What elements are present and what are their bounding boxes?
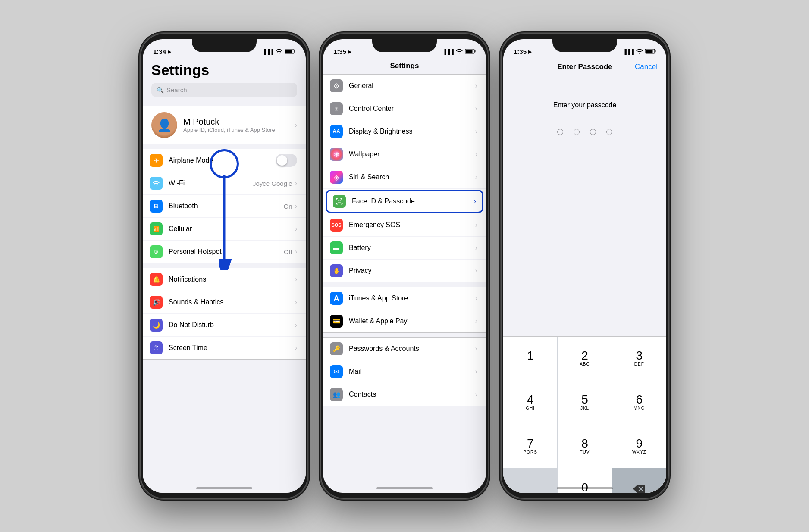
cancel-button[interactable]: Cancel bbox=[635, 63, 658, 71]
avatar: 👤 bbox=[151, 112, 177, 138]
passcode-prompt: Enter your passcode bbox=[503, 75, 666, 122]
home-indicator-3 bbox=[557, 487, 613, 489]
profile-sub: Apple ID, iCloud, iTunes & App Store bbox=[183, 127, 289, 133]
time-3: 1:35 ▸ bbox=[514, 48, 532, 56]
key-3-number: 3 bbox=[636, 350, 643, 362]
faceid-icon bbox=[333, 195, 346, 208]
airplane-mode-row[interactable]: ✈ Airplane Mode bbox=[143, 149, 306, 172]
svg-rect-7 bbox=[466, 50, 473, 53]
cellular-label: Cellular bbox=[169, 225, 295, 233]
screentime-chevron: › bbox=[295, 344, 297, 352]
profile-name: M Potuck bbox=[183, 117, 289, 127]
key-7[interactable]: 7 PQRS bbox=[503, 424, 557, 468]
key-6-letters: MNO bbox=[633, 406, 645, 411]
contacts-chevron: › bbox=[475, 391, 477, 398]
siri-row[interactable]: ◈ Siri & Search › bbox=[323, 166, 486, 189]
passwords-row[interactable]: 🔑 Passwords & Accounts › bbox=[323, 338, 486, 360]
battery-icon-1 bbox=[285, 49, 295, 55]
key-3-letters: DEF bbox=[634, 362, 644, 367]
profile-section: 👤 M Potuck Apple ID, iCloud, iTunes & Ap… bbox=[143, 106, 306, 144]
general-label: General bbox=[349, 82, 475, 90]
key-8[interactable]: 8 TUV bbox=[558, 424, 611, 468]
wifi-chevron: › bbox=[295, 179, 297, 187]
notifications-label: Notifications bbox=[169, 275, 295, 283]
dnd-row[interactable]: 🌙 Do Not Disturb › bbox=[143, 314, 306, 337]
battery-icon-3 bbox=[645, 49, 656, 55]
cellular-row[interactable]: 📶 Cellular › bbox=[143, 218, 306, 241]
screentime-label: Screen Time bbox=[169, 344, 295, 352]
chevron-icon: › bbox=[295, 121, 297, 129]
phone-1-screen: 1:34 ▸ ▐▐▐ bbox=[143, 39, 306, 493]
hotspot-row[interactable]: ⊕ Personal Hotspot Off › bbox=[143, 241, 306, 263]
key-5-letters: JKL bbox=[580, 406, 589, 411]
faceid-row-highlighted[interactable]: Face ID & Passcode › bbox=[326, 190, 483, 213]
time-2: 1:35 ▸ bbox=[333, 48, 351, 56]
contacts-row[interactable]: 👥 Contacts › bbox=[323, 383, 486, 406]
hotspot-icon: ⊕ bbox=[150, 245, 163, 258]
wallpaper-row[interactable]: ❃ Wallpaper › bbox=[323, 143, 486, 166]
wifi-row[interactable]: Wi-Fi Joyce Google › bbox=[143, 172, 306, 195]
siri-chevron: › bbox=[475, 173, 477, 181]
battery-chevron: › bbox=[475, 244, 477, 252]
itunes-row[interactable]: A iTunes & App Store › bbox=[323, 287, 486, 310]
toggle-knob bbox=[277, 155, 287, 166]
settings-header: Settings 🔍 Search bbox=[143, 58, 306, 101]
svg-rect-6 bbox=[475, 50, 476, 52]
wallet-icon: 💳 bbox=[330, 315, 343, 328]
passwords-chevron: › bbox=[475, 345, 477, 353]
key-9[interactable]: 9 WXYZ bbox=[612, 424, 666, 468]
phone-2: 1:35 ▸ ▐▐▐ bbox=[320, 33, 489, 499]
bluetooth-row[interactable]: B Bluetooth On › bbox=[143, 195, 306, 218]
signal-icon-1: ▐▐▐ bbox=[262, 49, 273, 55]
settings-group-1: ✈ Airplane Mode Wi-Fi Joyce bbox=[143, 149, 306, 263]
search-bar[interactable]: 🔍 Search bbox=[151, 83, 297, 97]
detail-group-2: A iTunes & App Store › 💳 Wallet & Apple … bbox=[323, 287, 486, 333]
wallet-row[interactable]: 💳 Wallet & Apple Pay › bbox=[323, 310, 486, 332]
airplane-toggle[interactable] bbox=[276, 154, 297, 167]
home-indicator-1 bbox=[196, 487, 252, 489]
battery-row[interactable]: ▬ Battery › bbox=[323, 237, 486, 260]
settings-main-screen: Settings 🔍 Search 👤 M Potuck App bbox=[143, 58, 306, 493]
privacy-row[interactable]: ✋ Privacy › bbox=[323, 260, 486, 282]
passcode-dots bbox=[503, 122, 666, 161]
general-row[interactable]: ⚙ General › bbox=[323, 75, 486, 97]
itunes-icon: A bbox=[330, 292, 343, 305]
key-7-number: 7 bbox=[527, 438, 534, 450]
key-3[interactable]: 3 DEF bbox=[612, 337, 666, 380]
notch-1 bbox=[192, 39, 257, 52]
key-2[interactable]: 2 ABC bbox=[558, 337, 611, 380]
key-5[interactable]: 5 JKL bbox=[558, 380, 611, 424]
siri-label: Siri & Search bbox=[349, 173, 475, 181]
privacy-chevron: › bbox=[475, 267, 477, 275]
controlcenter-row[interactable]: ⊞ Control Center › bbox=[323, 97, 486, 120]
contacts-icon: 👥 bbox=[330, 388, 343, 401]
wifi-value: Joyce Google bbox=[253, 180, 292, 187]
settings-group-2: 🔔 Notifications › 🔊 Sounds & Haptics › 🌙… bbox=[143, 268, 306, 360]
wallpaper-label: Wallpaper bbox=[349, 150, 475, 158]
mail-label: Mail bbox=[349, 368, 475, 376]
dnd-chevron: › bbox=[295, 321, 297, 329]
wifi-icon bbox=[150, 177, 163, 190]
key-4[interactable]: 4 GHI bbox=[503, 380, 557, 424]
notch-2 bbox=[372, 39, 437, 52]
screentime-row[interactable]: ⏱ Screen Time › bbox=[143, 337, 306, 359]
profile-row[interactable]: 👤 M Potuck Apple ID, iCloud, iTunes & Ap… bbox=[143, 106, 306, 144]
notifications-chevron: › bbox=[295, 275, 297, 283]
sos-row[interactable]: SOS Emergency SOS › bbox=[323, 214, 486, 237]
mail-icon: ✉ bbox=[330, 365, 343, 378]
controlcenter-chevron: › bbox=[475, 105, 477, 113]
status-icons-2: ▐▐▐ bbox=[442, 49, 476, 55]
wallet-label: Wallet & Apple Pay bbox=[349, 317, 475, 325]
key-6[interactable]: 6 MNO bbox=[612, 380, 666, 424]
wallet-chevron: › bbox=[475, 317, 477, 325]
key-1[interactable]: 1 bbox=[503, 337, 557, 380]
phone-2-screen: 1:35 ▸ ▐▐▐ bbox=[323, 39, 486, 493]
notch-3 bbox=[552, 39, 617, 52]
hotspot-value: Off bbox=[284, 248, 292, 256]
sounds-row[interactable]: 🔊 Sounds & Haptics › bbox=[143, 291, 306, 314]
display-row[interactable]: AA Display & Brightness › bbox=[323, 120, 486, 143]
notifications-row[interactable]: 🔔 Notifications › bbox=[143, 268, 306, 291]
mail-row[interactable]: ✉ Mail › bbox=[323, 360, 486, 383]
key-backspace[interactable] bbox=[612, 468, 666, 493]
detail-group-1: ⚙ General › ⊞ Control Center › AA Displa… bbox=[323, 74, 486, 282]
